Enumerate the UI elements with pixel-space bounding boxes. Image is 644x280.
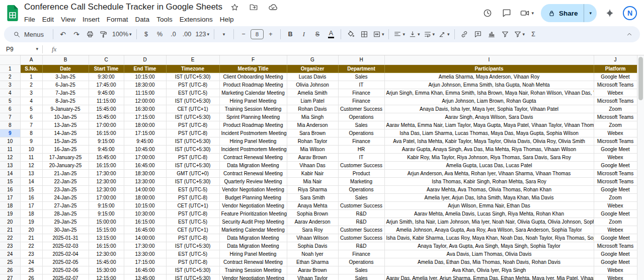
cell-D8[interactable]: 18:00:00 [124, 121, 166, 129]
cell-G9[interactable]: Sara Brown [287, 129, 338, 137]
insert-comment-button[interactable] [471, 28, 485, 41]
cell-G8[interactable]: Mia Anderson [287, 121, 338, 129]
cell-C2[interactable]: 9:30:00 [89, 73, 124, 81]
cell-D24[interactable]: 13:30:00 [124, 250, 166, 258]
cell-D19[interactable]: 10:30:00 [124, 209, 166, 218]
cell-F25[interactable]: Contract Renewal Meeting [219, 258, 287, 266]
account-avatar[interactable]: N [623, 6, 637, 20]
cell-G25[interactable]: Ethan Sharma [287, 258, 338, 266]
cell-B13[interactable]: 20-January-25 [42, 161, 89, 169]
cell-D16[interactable]: 14:00:00 [124, 185, 166, 193]
cell-I11[interactable]: Aarav Gupta, Anaya Singh, Ava Das, Mia M… [384, 145, 594, 153]
cell-B7[interactable]: 10-Jan-25 [42, 113, 89, 121]
cell-C11[interactable]: 9:45:00 [89, 145, 124, 153]
cell-J7[interactable]: Microsoft Teams [594, 113, 637, 121]
row-header-16[interactable]: 16 [0, 185, 20, 193]
cell-E11[interactable]: IST (UTC+5:30) [166, 145, 219, 153]
move-folder-icon[interactable] [248, 1, 260, 13]
cell-I27[interactable]: Aarav Das, Amelia Iyer, Arjun Sharma, Em… [384, 274, 594, 280]
cell-D5[interactable]: 12:00:00 [124, 97, 166, 105]
cell-B14[interactable]: 21-Jan-25 [42, 169, 89, 177]
cell-G21[interactable]: Sara Roy [287, 226, 338, 234]
cell-I23[interactable]: Anaya Taylor, Ava Gupta, Ava Singh, Maya… [384, 242, 594, 250]
cell-A15[interactable]: 14 [20, 177, 42, 185]
cell-I14[interactable]: Arjun Anderson, Ava Mehta, Rohan Iyer, V… [384, 169, 594, 177]
cell-C16[interactable]: 12:30:00 [89, 185, 124, 193]
decrease-decimal-button[interactable]: .0 [167, 28, 180, 41]
cell-I10[interactable]: Ava Patel, Isha Mehta, Kabir Taylor, May… [384, 137, 594, 145]
cell-F15[interactable]: Quarterly Review Meeting [219, 177, 287, 185]
format-percent-button[interactable]: % [153, 28, 167, 41]
paint-format-button[interactable] [97, 28, 110, 41]
cell-F2[interactable]: Client Onboarding Meeting [219, 73, 287, 81]
cell-F4[interactable]: Marketing Calendar Meeting [219, 89, 287, 97]
cell-J5[interactable]: Microsoft Teams [594, 97, 637, 105]
cell-E24[interactable]: EST (UTC-5) [166, 250, 219, 258]
cell-G27[interactable]: Vihaan Taylor [287, 274, 338, 280]
cell-D11[interactable]: 10:45:00 [124, 145, 166, 153]
row-header-3[interactable]: 3 [0, 81, 20, 89]
cell-D12[interactable]: 17:00:00 [124, 153, 166, 161]
cell-D9[interactable]: 17:15:00 [124, 129, 166, 137]
cell-A13[interactable]: 12 [20, 161, 42, 169]
cell-G16[interactable]: Riya Sharma [287, 185, 338, 193]
cell-C4[interactable]: 9:45:00 [89, 89, 124, 97]
cell-G7[interactable]: Mia Singh [287, 113, 338, 121]
cell-F21[interactable]: Marketing Calendar Meeting [219, 226, 287, 234]
row-header-27[interactable]: 27 [0, 274, 20, 280]
create-filter-button[interactable] [499, 28, 512, 41]
cell-C26[interactable]: 15:30:00 [89, 266, 124, 274]
cell-F27[interactable]: Vendor Negotiation Meeting [219, 274, 287, 280]
cell-G18[interactable]: Anaya Mehta [287, 201, 338, 209]
cloud-saved-icon[interactable] [267, 1, 279, 13]
cell-E22[interactable]: PST (UTC-8) [166, 234, 219, 242]
cell-D17[interactable]: 18:00:00 [124, 193, 166, 201]
cell-I3[interactable]: Arjun Johnson, Emma Smith, Isha Gupta, N… [384, 81, 594, 89]
cell-H25[interactable]: Operations [338, 258, 384, 266]
cell-F5[interactable]: Hiring Panel Meeting [219, 97, 287, 105]
cell-C22[interactable]: 13:15:00 [89, 234, 124, 242]
row-header-23[interactable]: 23 [0, 242, 20, 250]
cell-D7[interactable]: 17:15:00 [124, 113, 166, 121]
cell-D20[interactable]: 16:15:00 [124, 218, 166, 226]
header-cell[interactable]: Participants [384, 64, 594, 73]
cell-A2[interactable]: 1 [20, 73, 42, 81]
cell-B10[interactable]: 15-Jan-25 [42, 137, 89, 145]
cell-G12[interactable]: Aarav Brown [287, 153, 338, 161]
menu-insert[interactable]: Insert [79, 15, 103, 24]
cell-E10[interactable]: IST (UTC+5:30) [166, 137, 219, 145]
cell-C10[interactable]: 9:15:00 [89, 137, 124, 145]
row-header-15[interactable]: 15 [0, 177, 20, 185]
cell-C6[interactable]: 15:45:00 [89, 105, 124, 113]
cell-B12[interactable]: 17-January-25 [42, 153, 89, 161]
cell-E16[interactable]: EST (UTC-5) [166, 185, 219, 193]
cell-C24[interactable]: 12:30:00 [89, 250, 124, 258]
cell-B15[interactable]: 22-Jan-25 [42, 177, 89, 185]
share-button[interactable]: Share ▾ [541, 4, 597, 22]
cell-H18[interactable]: Customer Success [338, 201, 384, 209]
format-currency-button[interactable]: $ [140, 28, 153, 41]
strikethrough-button[interactable]: S [311, 28, 324, 41]
cell-J15[interactable]: Microsoft Teams [594, 177, 637, 185]
cell-C25[interactable]: 15:45:00 [89, 258, 124, 266]
header-cell[interactable]: Department [338, 64, 384, 73]
cell-B22[interactable]: 2025-01-31 [42, 234, 89, 242]
column-header-E[interactable]: E [166, 55, 219, 64]
cell-E9[interactable]: PST (UTC-8) [166, 129, 219, 137]
cell-H27[interactable]: Sales [338, 274, 384, 280]
cell-A18[interactable]: 17 [20, 201, 42, 209]
cell-E19[interactable]: PST (UTC-8) [166, 209, 219, 218]
cell-C20[interactable]: 15:00:00 [89, 218, 124, 226]
cell-C9[interactable]: 16:15:00 [89, 129, 124, 137]
header-cell[interactable]: Timezone [166, 64, 219, 73]
cell-D25[interactable]: 17:15:00 [124, 258, 166, 266]
row-header-22[interactable]: 22 [0, 234, 20, 242]
redo-button[interactable]: ↷ [70, 28, 83, 41]
cell-G6[interactable]: Rohan Davis [287, 105, 338, 113]
cell-J10[interactable]: Microsoft Teams [594, 137, 637, 145]
cell-F22[interactable]: Data Migration Meeting [219, 234, 287, 242]
cell-J11[interactable]: Google Meet [594, 145, 637, 153]
cell-J20[interactable]: Zoom [594, 218, 637, 226]
cell-E7[interactable]: IST (UTC+5:30) [166, 113, 219, 121]
text-color-button[interactable]: A [325, 28, 338, 41]
